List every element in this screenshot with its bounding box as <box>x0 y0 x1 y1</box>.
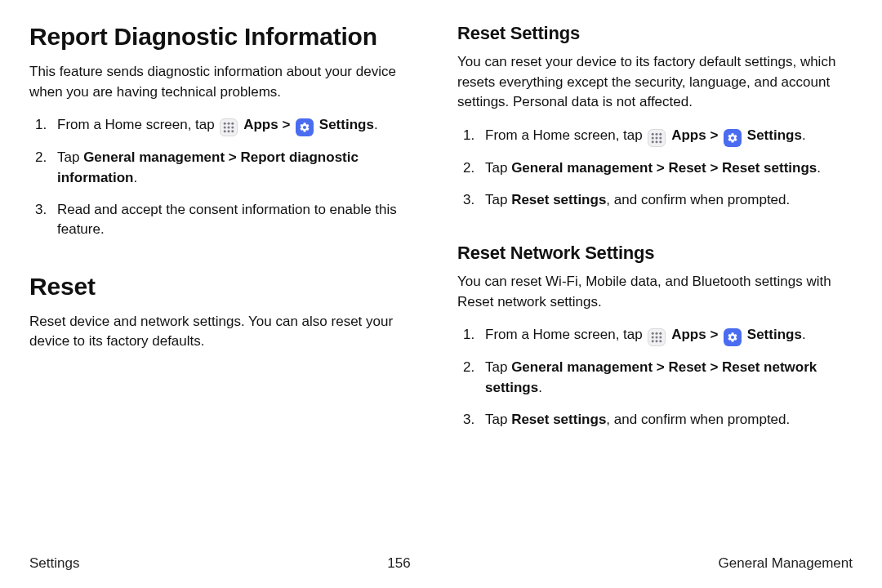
svg-point-5 <box>232 127 234 129</box>
footer-left: Settings <box>29 555 79 572</box>
period: . <box>817 160 821 176</box>
svg-point-2 <box>232 122 234 125</box>
step-text: Tap <box>485 160 511 176</box>
svg-point-24 <box>652 341 654 343</box>
svg-point-26 <box>660 341 662 343</box>
gear-icon <box>296 118 314 136</box>
heading-reset-settings: Reset Settings <box>457 23 853 44</box>
period: . <box>802 127 806 143</box>
svg-point-7 <box>228 131 230 133</box>
step-text: From a Home screen, tap <box>485 127 646 143</box>
svg-point-4 <box>228 127 230 129</box>
list-item: Tap Reset settings, and confirm when pro… <box>479 410 853 430</box>
apps-icon <box>648 328 666 346</box>
chevron-text: > <box>706 127 722 143</box>
apps-icon <box>648 129 666 147</box>
svg-point-23 <box>660 336 662 339</box>
settings-label: Settings <box>319 117 374 132</box>
list-item: Tap General management > Reset > Reset n… <box>479 358 853 398</box>
period: . <box>802 327 806 342</box>
page-footer: Settings 156 General Management <box>29 555 853 572</box>
apps-icon <box>220 118 238 136</box>
step-text: Tap <box>485 192 511 207</box>
step-text: Tap <box>485 359 511 375</box>
step-text: Tap <box>485 412 511 427</box>
apps-label: Apps <box>671 127 706 143</box>
step-text: Tap <box>57 149 83 165</box>
svg-point-11 <box>660 133 662 136</box>
paragraph-reset-intro: Reset device and network settings. You c… <box>29 312 425 352</box>
paragraph-reset-network: You can reset Wi-Fi, Mobile data, and Bl… <box>457 272 853 312</box>
svg-point-8 <box>232 131 234 133</box>
svg-point-17 <box>660 140 662 143</box>
heading-reset: Reset <box>29 273 425 301</box>
chevron-text: > <box>278 117 294 132</box>
step-bold: General management > Report diagnostic i… <box>57 149 359 185</box>
right-column: Reset Settings You can reset your device… <box>457 23 853 444</box>
list-item: From a Home screen, tap Apps > Settings. <box>479 126 853 147</box>
heading-reset-network: Reset Network Settings <box>457 243 853 264</box>
list-item: Tap General management > Reset > Reset s… <box>479 158 853 179</box>
svg-point-10 <box>656 133 658 136</box>
left-column: Report Diagnostic Information This featu… <box>29 23 425 444</box>
svg-point-20 <box>660 332 662 335</box>
paragraph-reset-settings: You can reset your device to its factory… <box>457 52 853 113</box>
period: . <box>134 170 138 185</box>
svg-point-3 <box>224 127 226 129</box>
list-item: From a Home screen, tap Apps > Settings. <box>479 325 853 346</box>
period: . <box>374 117 378 132</box>
svg-point-25 <box>656 341 658 343</box>
apps-label: Apps <box>243 117 278 132</box>
svg-point-13 <box>656 136 658 139</box>
footer-right: General Management <box>719 555 853 572</box>
settings-label: Settings <box>747 127 802 143</box>
settings-label: Settings <box>747 327 802 342</box>
apps-label: Apps <box>671 327 706 342</box>
step-text: From a Home screen, tap <box>57 117 218 132</box>
svg-point-16 <box>656 140 658 143</box>
list-item: From a Home screen, tap Apps > Settings. <box>51 115 425 136</box>
content-columns: Report Diagnostic Information This featu… <box>29 23 853 444</box>
svg-point-19 <box>656 332 658 335</box>
heading-report-diagnostic: Report Diagnostic Information <box>29 23 425 51</box>
step-bold: General management > Reset > Reset netwo… <box>485 359 817 395</box>
gear-icon <box>724 328 742 346</box>
step-text: From a Home screen, tap <box>485 327 646 342</box>
svg-point-0 <box>224 122 226 125</box>
svg-point-18 <box>652 332 654 335</box>
svg-point-22 <box>656 336 658 339</box>
chevron-text: > <box>706 327 722 342</box>
step-bold: General management > Reset > Reset setti… <box>511 160 817 176</box>
footer-page-number: 156 <box>387 555 410 572</box>
list-item: Read and accept the consent information … <box>51 200 425 240</box>
step-text: , and confirm when prompted. <box>606 412 790 427</box>
steps-report: From a Home screen, tap Apps > Settings.… <box>29 115 425 240</box>
steps-reset-settings: From a Home screen, tap Apps > Settings.… <box>457 126 853 210</box>
step-text: , and confirm when prompted. <box>606 192 790 207</box>
svg-point-15 <box>652 140 654 143</box>
svg-point-6 <box>224 131 226 133</box>
svg-point-1 <box>228 122 230 125</box>
paragraph-report-intro: This feature sends diagnostic informatio… <box>29 62 425 102</box>
svg-point-21 <box>652 336 654 339</box>
svg-point-14 <box>660 136 662 139</box>
steps-reset-network: From a Home screen, tap Apps > Settings.… <box>457 325 853 430</box>
gear-icon <box>724 129 742 147</box>
svg-point-9 <box>652 133 654 136</box>
list-item: Tap Reset settings, and confirm when pro… <box>479 190 853 211</box>
svg-point-12 <box>652 136 654 139</box>
step-bold: Reset settings <box>511 412 606 427</box>
step-bold: Reset settings <box>511 192 606 207</box>
list-item: Tap General management > Report diagnost… <box>51 148 425 188</box>
period: . <box>538 380 542 395</box>
